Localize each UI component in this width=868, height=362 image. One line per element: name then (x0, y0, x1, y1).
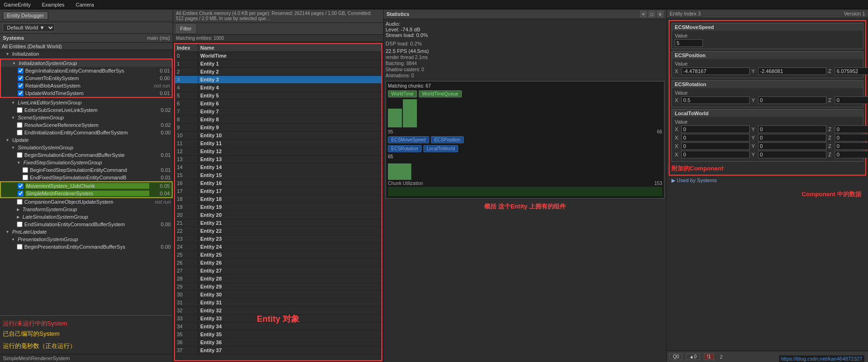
entity-row[interactable]: 22Entity 22 (175, 227, 381, 235)
sys-checkbox-begin-sim[interactable] (17, 152, 22, 158)
sys-checkbox-movement[interactable] (18, 183, 23, 189)
entity-row[interactable]: 35Entity 35 (175, 331, 381, 339)
sys-init-system-group[interactable]: ▼ InitializationSystemGroup (1, 59, 172, 67)
sys-update-world-time[interactable]: UpdateWorldTimeSystem 0.01 (1, 89, 172, 97)
comp-header-rotation[interactable]: ECSRotation (672, 81, 863, 88)
sys-begin-fixed-step[interactable]: BeginFixedStepSimulationEntityCommand 0.… (0, 166, 173, 174)
sys-begin-sim-ecb[interactable]: BeginSimulationEntityCommandBufferSyste … (0, 151, 173, 159)
sys-late-sim-group[interactable]: ▶ LateSimulationSystemGroup (0, 213, 173, 221)
stats-more-btn[interactable]: ≡ (657, 11, 664, 17)
sys-checkbox-end-fixed[interactable] (22, 175, 28, 180)
entity-row[interactable]: 11Entity 11 (175, 140, 381, 148)
entity-row[interactable]: 0WorldTime (175, 52, 381, 60)
rot-z-input[interactable] (835, 96, 868, 104)
sys-group-init[interactable]: ▼ Initialization (0, 50, 173, 58)
stats-pin-btn[interactable]: □ (649, 11, 655, 17)
entity-row[interactable]: 13Entity 13 (175, 155, 381, 163)
sys-transform-group[interactable]: ▶ TransformSystemGroup (0, 206, 173, 213)
l2w-r3-x-input[interactable] (681, 142, 750, 150)
l2w-r3-z-input[interactable] (835, 142, 868, 150)
l2w-r1-z-input[interactable] (835, 126, 868, 133)
sys-end-init-ecb[interactable]: EndInitializationEntityCommandBufferSyst… (0, 129, 173, 136)
pos-y-input[interactable] (758, 67, 826, 75)
entity-row[interactable]: 37Entity 37 (175, 347, 381, 355)
entity-row[interactable]: 1Entity 1 (175, 60, 381, 68)
sys-simulation-group[interactable]: ▼ SimulationSystemGroup (0, 144, 173, 151)
sys-checkbox-convert[interactable] (18, 75, 23, 81)
entity-row[interactable]: 8Entity 8 (175, 116, 381, 124)
sys-livelink-group[interactable]: ▼ LiveLinkEditorSystemGroup (0, 99, 173, 106)
world-dropdown[interactable]: Default World ▼ (3, 23, 55, 32)
entity-row[interactable]: 29Entity 29 (175, 283, 381, 291)
sys-presentation-group[interactable]: ▼ PresentationSystemGroup (0, 236, 173, 243)
sys-resolve-scene[interactable]: ResolveSceneReferenceSystem 0.02 (0, 121, 173, 129)
entity-row[interactable]: 33Entity 33 (175, 315, 381, 323)
entity-row[interactable]: 9Entity 9 (175, 124, 381, 132)
comp-header-position[interactable]: ECSPosition (672, 52, 863, 59)
status-q0-btn[interactable]: Q0 (670, 353, 682, 360)
menu-gameentity[interactable]: GameEntity (2, 2, 32, 7)
entity-row[interactable]: 15Entity 15 (175, 171, 381, 179)
entity-row[interactable]: 28Entity 28 (175, 275, 381, 283)
rot-x-input[interactable] (681, 96, 750, 104)
entity-row[interactable]: 21Entity 21 (175, 219, 381, 227)
entity-row[interactable]: 7Entity 7 (175, 108, 381, 116)
all-entities-item[interactable]: All Entities (Default World) (0, 43, 173, 50)
l2w-r2-y-input[interactable] (758, 134, 826, 141)
sys-checkbox-resolve[interactable] (17, 122, 22, 128)
l2w-r2-x-input[interactable] (681, 134, 750, 141)
l2w-r2-z-input[interactable] (835, 134, 868, 141)
entity-row[interactable]: 12Entity 12 (175, 148, 381, 155)
sys-checkbox-companion[interactable] (17, 199, 22, 205)
stats-close-btn[interactable]: × (640, 11, 647, 17)
sys-end-fixed-step[interactable]: EndFixedStepSimulationEntityCommandB 0.0… (0, 174, 173, 181)
entity-row[interactable]: 31Entity 31 (175, 299, 381, 307)
rot-y-input[interactable] (758, 96, 826, 104)
entity-row[interactable]: 27Entity 27 (175, 267, 381, 275)
sys-checkbox-begin-init[interactable] (18, 68, 23, 74)
bottom-system-item[interactable]: SimpleMeshRendererSystem (0, 354, 173, 362)
sys-retain-blob[interactable]: RetainBlobAssetSystem not run (1, 82, 172, 89)
entity-row[interactable]: 14Entity 14 (175, 163, 381, 171)
entity-row[interactable]: 6Entity 6 (175, 100, 381, 108)
comp-header-l2w[interactable]: LocalToWorld (672, 110, 863, 117)
l2w-r4-x-input[interactable] (681, 151, 750, 158)
entity-row[interactable]: 32Entity 32 (175, 307, 381, 315)
menu-examples[interactable]: Examples (40, 2, 66, 7)
l2w-r4-y-input[interactable] (758, 151, 826, 158)
status-warn-btn[interactable]: ▲0 (686, 353, 700, 360)
sys-group-prelate[interactable]: ▼ PreLateUpdate (0, 228, 173, 236)
pos-z-input[interactable] (835, 67, 868, 75)
pos-x-input[interactable] (681, 67, 750, 75)
status-error-btn[interactable]: !1 (704, 353, 714, 360)
entity-row[interactable]: 23Entity 23 (175, 235, 381, 243)
sys-end-sim-ecb[interactable]: EndSimulationEntityCommandBufferSystem 0… (0, 221, 173, 228)
sys-convert-entity[interactable]: ConvertToEntitySystem 0.00 (1, 74, 172, 82)
sys-checkbox-end-init[interactable] (17, 130, 22, 135)
sys-begin-pres-ecb[interactable]: BeginPresentationEntityCommandBufferSys … (0, 243, 173, 251)
sys-simple-mesh[interactable]: SimpleMeshRendererSystem 0.04 (1, 190, 172, 197)
entity-row[interactable]: 26Entity 26 (175, 259, 381, 267)
entity-row[interactable]: 30Entity 30 (175, 291, 381, 299)
l2w-r1-y-input[interactable] (758, 126, 826, 133)
entity-row[interactable]: 24Entity 24 (175, 243, 381, 251)
entity-debugger-tab[interactable]: Entity Debugger (3, 11, 48, 20)
entity-row[interactable]: 4Entity 4 (175, 84, 381, 92)
entity-row[interactable]: 20Entity 20 (175, 211, 381, 219)
l2w-r1-x-input[interactable] (681, 126, 750, 133)
entity-row[interactable]: 34Entity 34 (175, 323, 381, 331)
sys-checkbox-begin-pres[interactable] (17, 244, 22, 250)
sys-group-update[interactable]: ▼ Update (0, 136, 173, 144)
sys-companion-update[interactable]: CompanionGameObjectUpdateSystem not run (0, 198, 173, 206)
entity-row[interactable]: 3Entity 3 (175, 76, 381, 84)
sys-fixed-step-group[interactable]: ▼ FixedStepSimulationSystemGroup (0, 159, 173, 166)
sys-checkbox-editor-sub[interactable] (17, 107, 22, 113)
entity-row[interactable]: 17Entity 17 (175, 187, 381, 195)
sys-begin-init-ecb[interactable]: BeginInitializationEntityCommandBufferSy… (1, 67, 172, 74)
entity-row[interactable]: 36Entity 36 (175, 339, 381, 347)
l2w-r3-y-input[interactable] (758, 142, 826, 150)
menu-camera[interactable]: Camera (74, 2, 96, 7)
entity-row[interactable]: 25Entity 25 (175, 251, 381, 259)
sys-editor-subscene[interactable]: EditorSubSceneLiveLinkSystem 0.02 (0, 106, 173, 114)
sys-checkbox-retain[interactable] (18, 83, 23, 89)
